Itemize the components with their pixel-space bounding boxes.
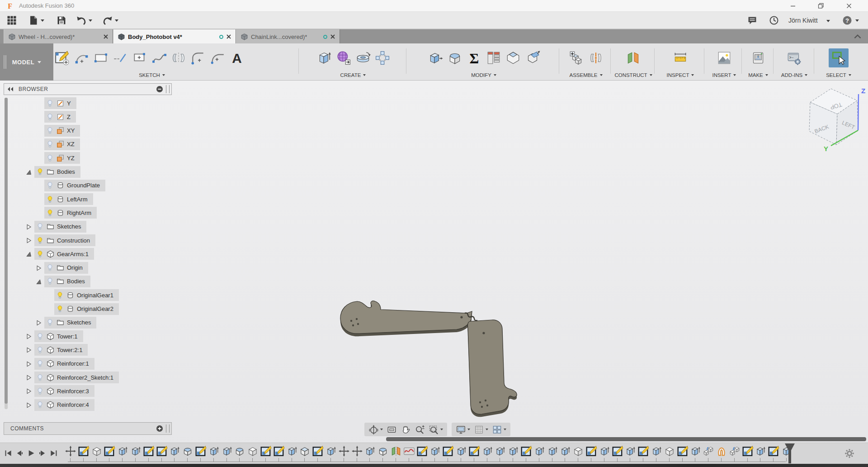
timeline-feature-extrude[interactable] (559, 445, 571, 457)
timeline-feature-extrude[interactable] (533, 445, 545, 457)
model-body-leftarm[interactable] (340, 301, 472, 334)
timeline-feature-fillet[interactable] (182, 445, 193, 457)
timeline-feature-extrude[interactable] (117, 445, 128, 457)
add-comment-icon[interactable] (156, 425, 163, 432)
timeline-feature-extrude[interactable] (547, 445, 558, 457)
collapse-toolbar-icon[interactable] (853, 32, 863, 41)
ribbon-dropdown-sketch[interactable]: SKETCH (53, 72, 250, 78)
timeline-feature-sketch[interactable] (637, 445, 649, 457)
help-button[interactable]: ? (842, 15, 853, 26)
file-menu-caret-icon[interactable] (41, 19, 44, 22)
browser-row-bodies[interactable]: Bodies (0, 275, 190, 288)
browser-row-xz[interactable]: XZ (0, 138, 190, 151)
collapse-toggle-icon[interactable] (25, 169, 32, 176)
browser-row-yz[interactable]: YZ (0, 152, 190, 164)
visibility-bulb-off-icon[interactable] (46, 113, 54, 121)
timeline-feature-extrude[interactable] (455, 445, 467, 457)
timeline-feature-sketch[interactable] (78, 445, 90, 457)
file-menu-button[interactable] (28, 15, 39, 26)
look-at-button[interactable] (385, 424, 398, 435)
ribbon-dropdown-make[interactable]: MAKE (742, 72, 774, 78)
browser-row-sketches[interactable]: Sketches (0, 220, 190, 233)
measure-button[interactable] (672, 49, 689, 67)
go-to-start-button[interactable] (4, 448, 13, 458)
timeline-feature-component[interactable] (664, 445, 675, 457)
timeline-feature-sketch[interactable] (143, 445, 155, 457)
timeline-feature-sketch[interactable] (468, 445, 480, 457)
insert-image-button[interactable] (716, 49, 733, 67)
redo-button[interactable] (102, 15, 113, 26)
pan-button[interactable] (399, 424, 412, 435)
browser-row-originalgear2[interactable]: OriginalGear2 (0, 303, 190, 315)
ribbon-dropdown-inspect[interactable]: INSPECT (656, 72, 705, 78)
mirror-sketch-button[interactable] (170, 49, 187, 67)
browser-row-reinforcer-3[interactable]: Reinforcer:3 (0, 385, 190, 397)
browser-scrollbar[interactable] (5, 98, 8, 409)
save-button[interactable] (56, 15, 67, 26)
collapse-panel-icon[interactable] (7, 86, 14, 92)
visibility-bulb-on-icon[interactable] (36, 237, 44, 244)
zoom-button[interactable] (413, 424, 426, 435)
visibility-bulb-on-icon[interactable] (56, 305, 64, 313)
visibility-bulb-off-icon[interactable] (46, 277, 54, 285)
timeline-feature-extrude[interactable] (130, 445, 142, 457)
expand-toggle-icon[interactable] (25, 237, 32, 244)
timeline-feature-move[interactable] (351, 445, 363, 457)
timeline-feature-sketch[interactable] (612, 445, 623, 457)
expand-toggle-icon[interactable] (25, 347, 32, 353)
browser-row-bodies[interactable]: Bodies (0, 166, 190, 178)
expand-toggle-icon[interactable] (25, 333, 32, 340)
browser-row-reinforcer-1[interactable]: Reinforcer:1 (0, 357, 190, 370)
timeline-feature-extrude[interactable] (429, 445, 441, 457)
timeline-feature-sketch[interactable] (677, 445, 689, 457)
visibility-bulb-off-icon[interactable] (36, 223, 44, 230)
timeline-feature-extrude[interactable] (286, 445, 298, 457)
timeline-feature-chamfer[interactable] (299, 445, 311, 457)
timeline-feature-extrude[interactable] (169, 445, 180, 457)
play-button[interactable] (26, 448, 36, 458)
timeline-feature-extrude[interactable] (325, 445, 337, 457)
center-rectangle-button[interactable] (131, 49, 148, 67)
chamfer-button[interactable] (505, 49, 522, 67)
timeline-feature-sketch[interactable] (442, 445, 454, 457)
timeline-feature-copy[interactable] (703, 445, 714, 457)
timeline-feature-component[interactable] (247, 445, 259, 457)
collapse-toggle-icon[interactable] (35, 278, 42, 285)
browser-row-leftarm[interactable]: LeftArm (0, 193, 190, 205)
browser-row-reinforcer-4[interactable]: Reinforcer:4 (0, 399, 190, 411)
expand-toggle-icon[interactable] (25, 224, 32, 230)
timeline-settings-gear-icon[interactable] (844, 448, 855, 459)
visibility-bulb-off-icon[interactable] (46, 319, 54, 326)
orbit-button[interactable] (367, 424, 384, 435)
extrude-button[interactable] (316, 49, 333, 67)
timeline-feature-extrude[interactable] (221, 445, 233, 457)
timeline-feature-sketch[interactable] (312, 445, 324, 457)
timeline-feature-extrude[interactable] (208, 445, 220, 457)
browser-row-groundplate[interactable]: GroundPlate (0, 179, 190, 192)
timeline-feature-fillet[interactable] (377, 445, 389, 457)
visibility-bulb-off-icon[interactable] (36, 401, 44, 409)
visibility-bulb-on-icon[interactable] (56, 291, 64, 299)
timeline-feature-move[interactable] (338, 445, 350, 457)
new-component-button[interactable] (568, 49, 585, 67)
browser-row-xy[interactable]: XY (0, 124, 190, 137)
comments-panel-header[interactable]: COMMENTS (4, 422, 172, 435)
revolve-button[interactable] (354, 49, 372, 67)
arc-button[interactable] (73, 49, 90, 67)
panel-resize-grip[interactable] (166, 424, 170, 433)
close-tab-icon[interactable] (103, 34, 108, 39)
text-button[interactable]: A (228, 49, 245, 67)
comments-bubble-button[interactable] (747, 15, 758, 26)
go-to-end-button[interactable] (49, 448, 58, 458)
browser-row-origin[interactable]: Origin (0, 262, 190, 274)
visibility-bulb-off-icon[interactable] (46, 140, 54, 148)
timeline-feature-sketch[interactable] (156, 445, 168, 457)
timeline-feature-sketch[interactable] (195, 445, 207, 457)
visibility-bulb-off-icon[interactable] (36, 374, 44, 381)
timeline-feature-sketch[interactable] (260, 445, 272, 457)
browser-row-z[interactable]: Z (0, 110, 190, 123)
expand-toggle-icon[interactable] (25, 361, 32, 367)
timeline-feature-sketch[interactable] (520, 445, 532, 457)
timeline-playhead[interactable] (784, 443, 796, 464)
tab-wheel[interactable]: Wheel - H...covered)* (4, 29, 113, 44)
